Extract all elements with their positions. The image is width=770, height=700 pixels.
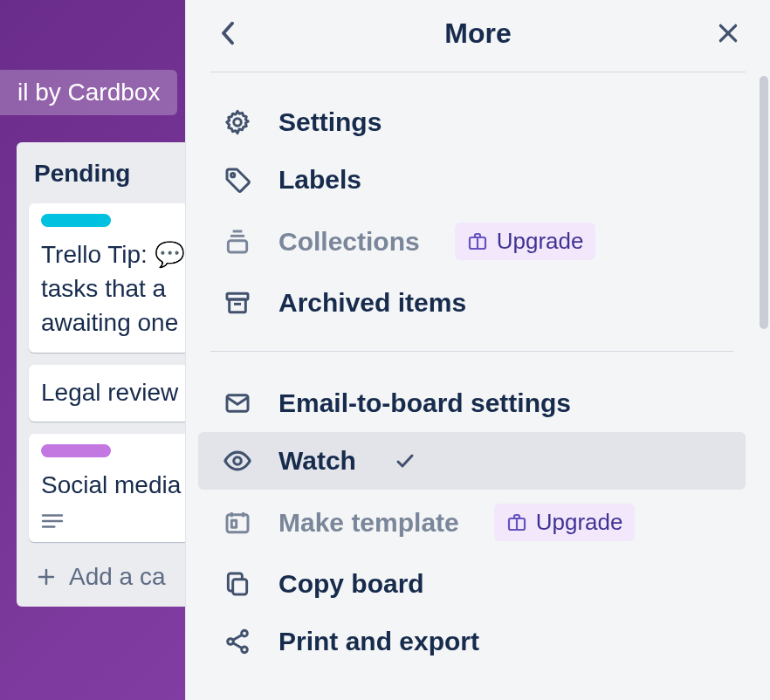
briefcase-icon	[467, 231, 488, 252]
svg-point-26	[242, 647, 248, 653]
copy-icon	[223, 569, 252, 599]
eye-icon	[223, 446, 252, 476]
menu-item-print[interactable]: Print and export	[198, 613, 746, 670]
menu-item-email[interactable]: Email-to-board settings	[198, 374, 746, 432]
menu-item-label: Copy board	[278, 569, 424, 599]
menu-item-copy[interactable]: Copy board	[198, 555, 746, 613]
card-label-chip[interactable]	[41, 444, 111, 457]
svg-rect-23	[233, 580, 247, 594]
upgrade-badge[interactable]: Upgrade	[494, 504, 636, 541]
close-button[interactable]	[711, 16, 746, 51]
stack-icon	[223, 227, 252, 257]
upgrade-badge-label: Upgrade	[497, 228, 584, 255]
gear-icon	[223, 107, 252, 137]
svg-rect-9	[228, 240, 246, 251]
archive-icon	[223, 288, 252, 318]
svg-rect-20	[231, 520, 236, 527]
upgrade-badge[interactable]: Upgrade	[455, 223, 596, 260]
board-background: il by Cardbox Pending Trello Tip: 💬 task…	[0, 0, 770, 700]
cardbox-button-label: il by Cardbox	[17, 79, 160, 106]
close-icon	[717, 22, 739, 45]
menu-item-labels[interactable]: Labels	[198, 151, 746, 209]
svg-point-24	[228, 639, 234, 645]
svg-point-7	[234, 119, 242, 127]
back-button[interactable]	[210, 16, 245, 51]
menu-item-label: Make template	[278, 508, 459, 538]
scrollbar-thumb[interactable]	[760, 76, 768, 329]
panel-title: More	[444, 17, 511, 50]
add-card-label: Add a ca	[69, 563, 166, 591]
menu-item-label: Watch	[278, 446, 356, 476]
menu-item-label: Archived items	[278, 288, 466, 318]
more-menu-panel: More Setting	[185, 0, 770, 700]
cardbox-button[interactable]: il by Cardbox	[0, 70, 177, 115]
svg-rect-13	[230, 299, 246, 312]
menu-scroll-area[interactable]: Settings Labels	[186, 72, 758, 700]
template-icon	[223, 508, 252, 538]
panel-header: More	[186, 0, 770, 72]
briefcase-icon	[506, 512, 527, 533]
share-icon	[223, 627, 252, 656]
menu-item-label: Email-to-board settings	[278, 388, 571, 418]
tag-icon	[223, 165, 252, 195]
menu-item-template[interactable]: Make template Upgrade	[198, 490, 746, 555]
svg-line-27	[233, 635, 242, 640]
chevron-left-icon	[218, 20, 237, 46]
menu-item-collections[interactable]: Collections Upgrade	[198, 209, 746, 274]
menu-item-label: Labels	[278, 165, 361, 195]
svg-point-16	[234, 457, 242, 465]
menu-item-label: Print and export	[278, 627, 479, 656]
menu-item-label: Settings	[278, 107, 382, 137]
mail-icon	[223, 388, 252, 418]
svg-point-25	[242, 630, 248, 636]
menu-item-settings[interactable]: Settings	[198, 93, 746, 151]
plus-icon	[36, 566, 57, 587]
upgrade-badge-label: Upgrade	[536, 509, 623, 536]
check-icon	[395, 450, 416, 471]
card-label-chip[interactable]	[41, 214, 111, 227]
menu-item-archived[interactable]: Archived items	[198, 274, 746, 332]
svg-line-28	[233, 643, 242, 649]
divider	[210, 351, 733, 352]
menu-item-watch[interactable]: Watch	[198, 432, 746, 490]
svg-point-8	[231, 174, 235, 177]
panel-body: Settings Labels	[186, 72, 770, 700]
menu-item-label: Collections	[278, 227, 420, 257]
